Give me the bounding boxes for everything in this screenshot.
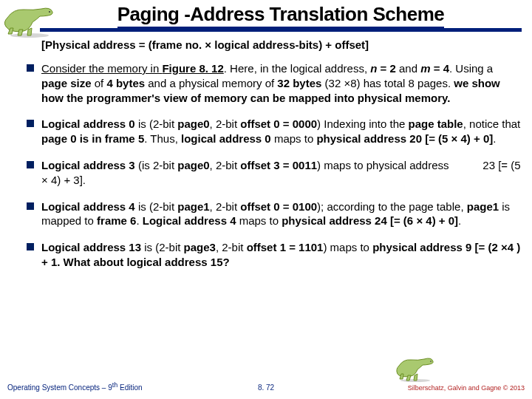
bullet-item: Logical address 4 is (2-bit page1, 2-bit… [40, 200, 522, 229]
svg-point-1 [49, 11, 50, 13]
dinosaur-left-icon [1, 1, 55, 38]
bullet-text: Logical address 13 is (2-bit page3, 2-bi… [41, 240, 522, 270]
footer-left: Operating System Concepts – 9th Edition [7, 381, 143, 392]
bullet-text: Logical address 0 is (2-bit page0, 2-bit… [41, 117, 522, 146]
content-area: [Physical address = (frame no. × logical… [40, 38, 522, 282]
bullet-text: Consider the memory in Figure 8. 12. Her… [41, 61, 522, 105]
page-title: Paging -Address Translation Scheme [52, 3, 510, 26]
bullet-icon [27, 120, 34, 127]
svg-point-3 [430, 361, 432, 362]
header: Paging -Address Translation Scheme [0, 0, 532, 26]
slide: Paging -Address Translation Scheme [Phys… [0, 0, 532, 399]
bullet-icon [27, 64, 34, 72]
title-rule [40, 28, 522, 32]
bullet-item: Logical address 0 is (2-bit page0, 2-bit… [40, 117, 522, 146]
footer-right: Silberschatz, Galvin and Gagne © 2013 [408, 384, 525, 392]
bullet-icon [27, 161, 34, 168]
bullet-item: Logical address 13 is (2-bit page3, 2-bi… [40, 240, 522, 270]
bullet-item: Logical address 3 (is 2-bit page0, 2-bit… [40, 158, 522, 188]
bullet-text: Logical address 4 is (2-bit page1, 2-bit… [41, 200, 522, 229]
footer: Operating System Concepts – 9th Edition … [0, 377, 532, 393]
bullet-item: Consider the memory in Figure 8. 12. Her… [40, 61, 522, 105]
bullet-text: Logical address 3 (is 2-bit page0, 2-bit… [41, 158, 522, 188]
bullet-icon [27, 202, 34, 210]
subheading: [Physical address = (frame no. × logical… [41, 38, 522, 51]
footer-page-number: 8. 72 [258, 383, 274, 392]
bullet-icon [27, 243, 34, 250]
